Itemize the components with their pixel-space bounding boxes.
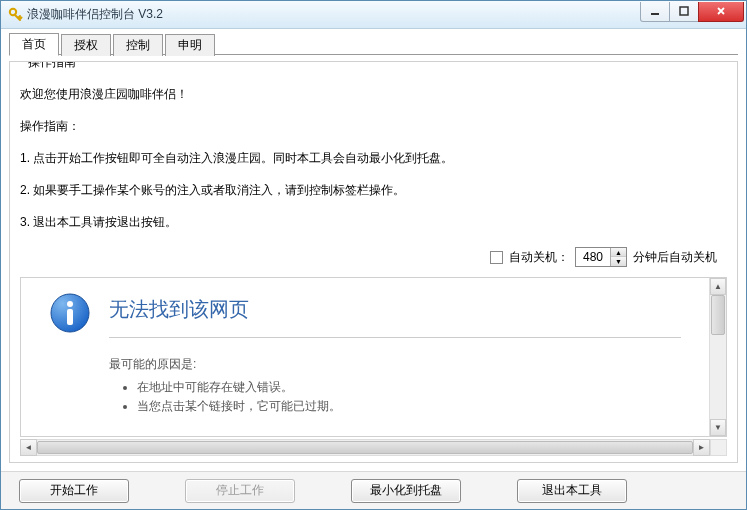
- auto-shutdown-row: 自动关机： ▲ ▼ 分钟后自动关机: [20, 247, 717, 267]
- svg-point-4: [67, 301, 73, 307]
- vertical-scrollbar[interactable]: ▲ ▼: [709, 278, 726, 436]
- vscroll-track[interactable]: [710, 295, 726, 419]
- minimize-to-tray-button[interactable]: 最小化到托盘: [351, 479, 461, 503]
- tab-home-label: 首页: [22, 37, 46, 51]
- scroll-up-button[interactable]: ▲: [710, 278, 726, 295]
- horizontal-scrollbar[interactable]: ◄ ►: [20, 439, 727, 456]
- minimize-to-tray-label: 最小化到托盘: [370, 482, 442, 499]
- scroll-down-button[interactable]: ▼: [710, 419, 726, 436]
- tab-statement-label: 申明: [178, 38, 202, 52]
- tab-control-label: 控制: [126, 38, 150, 52]
- window-title: 浪漫咖啡伴侣控制台 V3.2: [27, 6, 641, 23]
- svg-rect-2: [680, 7, 688, 15]
- svg-rect-1: [651, 13, 659, 15]
- auto-shutdown-minutes-input[interactable]: [576, 249, 610, 265]
- guide-welcome: 欢迎您使用浪漫庄园咖啡伴侣！: [20, 85, 727, 103]
- hscroll-track[interactable]: [37, 439, 693, 456]
- info-icon: [49, 292, 91, 334]
- scroll-right-button[interactable]: ►: [693, 439, 710, 456]
- auto-shutdown-suffix: 分钟后自动关机: [633, 249, 717, 266]
- vscroll-thumb[interactable]: [711, 295, 725, 335]
- tab-bar: 首页 授权 控制 申明: [9, 33, 738, 55]
- guide-heading: 操作指南：: [20, 117, 727, 135]
- tab-license[interactable]: 授权: [61, 34, 111, 56]
- exit-button[interactable]: 退出本工具: [517, 479, 627, 503]
- tab-statement[interactable]: 申明: [165, 34, 215, 56]
- guide-text: 欢迎您使用浪漫庄园咖啡伴侣！ 操作指南： 1. 点击开始工作按钮即可全自动注入浪…: [20, 79, 727, 245]
- app-key-icon: [7, 7, 23, 23]
- hscroll-thumb[interactable]: [37, 441, 693, 454]
- window-controls: [641, 2, 744, 22]
- titlebar[interactable]: 浪漫咖啡伴侣控制台 V3.2: [1, 1, 746, 29]
- stop-button[interactable]: 停止工作: [185, 479, 295, 503]
- auto-shutdown-label: 自动关机：: [509, 249, 569, 266]
- error-cause-item: 在地址中可能存在键入错误。: [137, 379, 681, 396]
- tab-home[interactable]: 首页: [9, 33, 59, 56]
- auto-shutdown-spinner: ▲ ▼: [575, 247, 627, 267]
- start-button-label: 开始工作: [50, 482, 98, 499]
- close-window-button[interactable]: [698, 2, 744, 22]
- embedded-browser: 无法找到该网页 最可能的原因是: 在地址中可能存在键入错误。 当您点击某个链接时…: [20, 277, 727, 437]
- app-window: 浪漫咖啡伴侣控制台 V3.2 首页 授权 控制 申明 操作指南 欢迎您使用浪漫庄…: [0, 0, 747, 510]
- scroll-left-button[interactable]: ◄: [20, 439, 37, 456]
- error-title: 无法找到该网页: [49, 296, 681, 323]
- error-cause-list: 在地址中可能存在键入错误。 当您点击某个链接时，它可能已过期。: [109, 379, 681, 415]
- client-area: 首页 授权 控制 申明 操作指南 欢迎您使用浪漫庄园咖啡伴侣！ 操作指南： 1.…: [1, 29, 746, 471]
- exit-button-label: 退出本工具: [542, 482, 602, 499]
- start-button[interactable]: 开始工作: [19, 479, 129, 503]
- guide-step-2: 2. 如果要手工操作某个账号的注入或者取消注入，请到控制标签栏操作。: [20, 181, 727, 199]
- stop-button-label: 停止工作: [216, 482, 264, 499]
- minimize-window-button[interactable]: [640, 2, 670, 22]
- maximize-window-button[interactable]: [669, 2, 699, 22]
- spinner-down-button[interactable]: ▼: [611, 257, 626, 266]
- error-page: 无法找到该网页 最可能的原因是: 在地址中可能存在键入错误。 当您点击某个链接时…: [21, 278, 709, 436]
- tab-license-label: 授权: [74, 38, 98, 52]
- scroll-corner: [710, 439, 727, 456]
- guide-step-1: 1. 点击开始工作按钮即可全自动注入浪漫庄园。同时本工具会自动最小化到托盘。: [20, 149, 727, 167]
- svg-rect-5: [67, 309, 73, 325]
- guide-panel: 操作指南 欢迎您使用浪漫庄园咖啡伴侣！ 操作指南： 1. 点击开始工作按钮即可全…: [9, 61, 738, 463]
- auto-shutdown-checkbox[interactable]: [490, 251, 503, 264]
- guide-step-3: 3. 退出本工具请按退出按钮。: [20, 213, 727, 231]
- guide-legend: 操作指南: [24, 61, 80, 71]
- error-cause-heading: 最可能的原因是:: [109, 356, 681, 373]
- tab-control[interactable]: 控制: [113, 34, 163, 56]
- error-cause-item: 当您点击某个链接时，它可能已过期。: [137, 398, 681, 415]
- footer-bar: 开始工作 停止工作 最小化到托盘 退出本工具: [1, 471, 746, 509]
- spinner-up-button[interactable]: ▲: [611, 248, 626, 257]
